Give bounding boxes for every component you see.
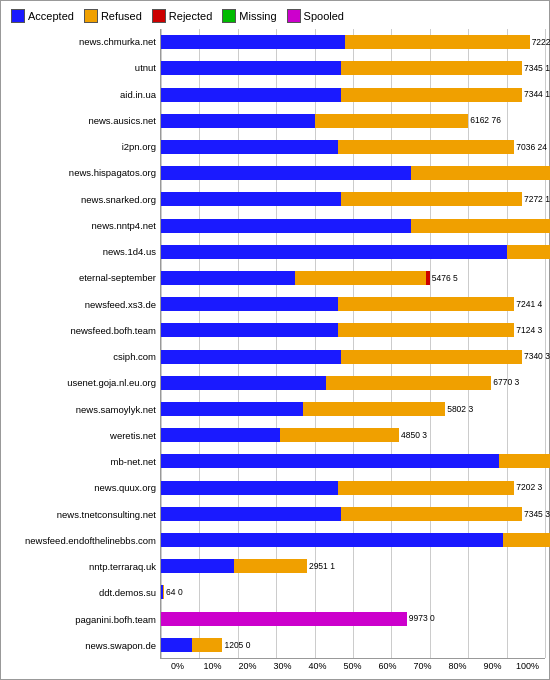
legend-item: Rejected [152,9,212,23]
x-tick: 40% [300,659,335,671]
bar-row: 6770 3 [161,374,545,392]
y-label: i2pn.org [5,138,156,156]
bar-segment-accepted [161,166,411,180]
bar-segment-refused [315,114,469,128]
bar-segment-accepted [161,297,338,311]
legend-swatch [152,9,166,23]
bar-segment-accepted [161,376,326,390]
bar-segment-accepted [161,481,338,495]
bar-row: 7272 14 [161,190,545,208]
x-tick: 20% [230,659,265,671]
y-label: weretis.net [5,427,156,445]
legend-label: Rejected [169,10,212,22]
bar-value-label: 5476 5 [432,274,458,283]
bar-row: 5802 3 [161,400,545,418]
y-label: newsfeed.bofh.team [5,322,156,340]
bar-segment-refused [341,61,521,75]
bar-segment-rejected [426,271,430,285]
legend-item: Refused [84,9,142,23]
x-tick: 90% [475,659,510,671]
bar-segment-refused [411,219,550,233]
x-axis-title [5,671,545,675]
legend-item: Accepted [11,9,74,23]
y-label: paganini.bofh.team [5,611,156,629]
bar-value-label: 7241 4 [516,300,542,309]
bar-row: 6162 76 [161,112,545,130]
y-label: news.swapon.de [5,637,156,655]
bar-segment-refused [295,271,426,285]
legend-swatch [287,9,301,23]
bar-value-label: 6770 3 [493,378,519,387]
bar-segment-refused [303,402,445,416]
bar-segment-accepted [161,61,341,75]
x-tick: 50% [335,659,370,671]
bar-segment-accepted [161,88,341,102]
bar-row: 7222 2950 [161,33,545,51]
y-label: eternal-september [5,269,156,287]
x-tick: 70% [405,659,440,671]
y-label: news.samoylyk.net [5,401,156,419]
y-label: news.chmurka.net [5,33,156,51]
bar-row: 14108 9 [161,243,545,261]
y-label: newsfeed.xs3.de [5,296,156,314]
y-label: utnut [5,59,156,77]
legend: AcceptedRefusedRejectedMissingSpooled [5,5,545,29]
bar-row: 1205 0 [161,636,545,654]
bar-segment-refused [341,88,521,102]
bar-value-label: 2951 1 [309,562,335,571]
bar-segment-refused [341,350,521,364]
bar-segment-accepted [161,428,280,442]
bar-value-label: 7340 3 [524,352,550,361]
bar-segment-spooled [161,612,407,626]
legend-item: Spooled [287,9,344,23]
bar-segment-accepted [161,271,295,285]
bar-segment-refused [163,585,165,599]
bar-segment-refused [499,454,550,468]
bar-segment-accepted [161,533,503,547]
legend-swatch [11,9,25,23]
bar-segment-accepted [161,507,341,521]
bar-row: 13799 3 [161,452,545,470]
bar-segment-accepted [161,192,341,206]
bar-row: 9973 0 [161,610,545,628]
y-label: news.quux.org [5,479,156,497]
y-label: news.ausics.net [5,112,156,130]
bar-segment-refused [280,428,399,442]
bar-segment-refused [192,638,223,652]
legend-label: Spooled [304,10,344,22]
bar-row: 7124 3 [161,321,545,339]
bar-value-label: 7272 14 [524,195,550,204]
bar-row: 10166 17 [161,164,545,182]
bar-segment-refused [341,507,521,521]
x-tick: 10% [195,659,230,671]
bar-segment-accepted [161,219,411,233]
bar-value-label: 7124 3 [516,326,542,335]
bar-value-label: 7345 1226 [524,64,550,73]
y-label: usenet.goja.nl.eu.org [5,374,156,392]
x-tick: 60% [370,659,405,671]
bar-value-label: 1205 0 [224,641,250,650]
y-labels: news.chmurka.netutnutaid.in.uanews.ausic… [5,29,160,659]
bar-value-label: 4850 3 [401,431,427,440]
chart-container: AcceptedRefusedRejectedMissingSpooled ne… [0,0,550,680]
grid-line [545,29,546,658]
bar-segment-refused [338,140,515,154]
x-axis-labels: 0%10%20%30%40%50%60%70%80%90%100% [160,659,545,671]
bar-row: 5476 5 [161,269,545,287]
x-tick: 30% [265,659,300,671]
y-label: csiph.com [5,348,156,366]
bar-segment-refused [338,297,515,311]
bar-segment-accepted [161,350,341,364]
x-tick: 0% [160,659,195,671]
bar-row: 7241 4 [161,295,545,313]
bar-segment-refused [338,323,515,337]
legend-item: Missing [222,9,276,23]
y-label: news.hispagatos.org [5,164,156,182]
bar-row: 64 0 [161,583,545,601]
bar-segment-accepted [161,114,315,128]
bar-segment-accepted [161,638,192,652]
y-label: mb-net.net [5,453,156,471]
bar-value-label: 7345 3 [524,510,550,519]
bar-segment-refused [341,192,521,206]
legend-label: Refused [101,10,142,22]
